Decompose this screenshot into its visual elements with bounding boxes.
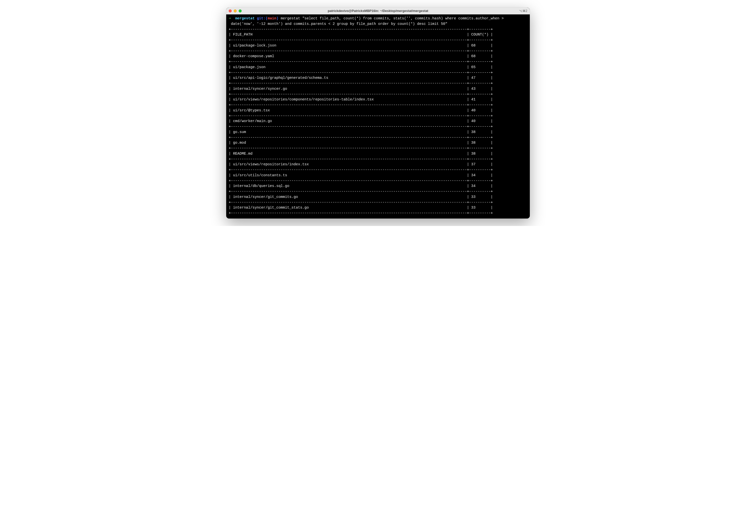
titlebar[interactable]: patrickdevivo@PatricksMBP16in: ~/Desktop… [226, 8, 530, 14]
prompt-arrow-icon: ➜ [229, 16, 231, 20]
table-separator: +---------------------------------------… [229, 81, 527, 86]
table-row: | go.sum | 38 | [229, 130, 527, 135]
prompt-git-label: git: [257, 16, 265, 20]
minimize-button[interactable] [234, 10, 237, 13]
prompt-paren-open: ( [265, 16, 268, 20]
table-separator: +---------------------------------------… [229, 102, 527, 108]
command-line-1: mergestat "select file_path, count(*) fr… [281, 16, 504, 20]
table-row: | ui/src/views/repositories/components/r… [229, 97, 527, 102]
prompt-branch: main [268, 16, 277, 20]
terminal-window: patrickdevivo@PatricksMBP16in: ~/Desktop… [226, 8, 530, 218]
terminal-content[interactable]: ➜ mergestat git:(main) mergestat "select… [226, 14, 530, 218]
table-separator: +---------------------------------------… [229, 48, 527, 54]
table-separator: +---------------------------------------… [229, 157, 527, 162]
table-row: | docker-compose.yaml | 68 | [229, 54, 527, 59]
table-row: | internal/syncer/syncer.go | 43 | [229, 86, 527, 92]
table-separator: +---------------------------------------… [229, 167, 527, 173]
close-button[interactable] [229, 10, 232, 13]
maximize-button[interactable] [239, 10, 242, 13]
table-separator: +---------------------------------------… [229, 124, 527, 130]
prompt-dir: mergestat [235, 16, 255, 20]
table-row: | internal/db/queries.sql.go | 34 | [229, 184, 527, 189]
table-row: | ui/src/@types.tsx | 40 | [229, 108, 527, 114]
table-separator: +---------------------------------------… [229, 178, 527, 184]
table-separator: +---------------------------------------… [229, 114, 527, 119]
table-row: | internal/syncer/git_commits.go | 33 | [229, 194, 527, 200]
table-row: | ui/src/utils/constants.ts | 34 | [229, 173, 527, 178]
table-separator: +---------------------------------------… [229, 135, 527, 140]
table-header-row: | FILE_PATH | COUNT(*) | [229, 32, 527, 38]
table-separator: +---------------------------------------… [229, 59, 527, 64]
table-separator: +---------------------------------------… [229, 27, 527, 32]
table-separator: +---------------------------------------… [229, 92, 527, 97]
traffic-lights [229, 10, 242, 13]
table-row: | internal/syncer/git_commit_stats.go | … [229, 205, 527, 211]
table-row: | ui/src/api-logic/graphql/generated/sch… [229, 75, 527, 81]
table-row: | cmd/worker/main.go | 40 | [229, 118, 527, 124]
prompt-paren-close: ) [277, 16, 279, 20]
command-line-2: date('now', '-12 month') and commits.par… [229, 21, 527, 27]
table-row: | README.md | 38 | [229, 151, 527, 157]
table-separator: +---------------------------------------… [229, 211, 527, 216]
table-separator: +---------------------------------------… [229, 200, 527, 205]
table-row: | ui/src/views/repositories/index.tsx | … [229, 162, 527, 167]
table-separator: +---------------------------------------… [229, 38, 527, 43]
table-separator: +---------------------------------------… [229, 189, 527, 194]
table-row: | ui/package.json | 65 | [229, 64, 527, 70]
table-separator: +---------------------------------------… [229, 70, 527, 76]
table-row: | go.mod | 38 | [229, 140, 527, 146]
window-title: patrickdevivo@PatricksMBP16in: ~/Desktop… [226, 9, 530, 13]
table-separator: +---------------------------------------… [229, 146, 527, 151]
table-row: | ui/package-lock.json | 68 | [229, 43, 527, 48]
window-shortcut: ⌥⌘2 [519, 9, 527, 13]
